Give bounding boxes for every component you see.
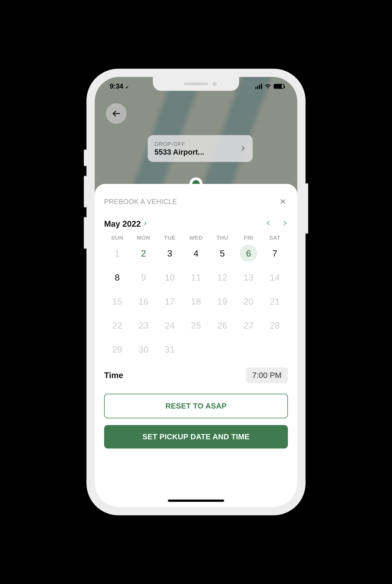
side-button-power <box>306 183 308 234</box>
calendar-day-header: TUE <box>156 235 183 241</box>
prev-month-button[interactable] <box>266 219 271 229</box>
calendar-day-header: SAT <box>262 235 288 241</box>
status-time: 9:34 <box>110 82 123 90</box>
calendar-day-20: 20 <box>236 293 262 310</box>
dropoff-address: 5533 Airport... <box>154 148 240 156</box>
calendar-day-13: 13 <box>236 269 262 286</box>
calendar-day-27: 27 <box>236 317 262 334</box>
front-camera <box>212 82 217 86</box>
calendar-day-24: 24 <box>156 317 183 334</box>
calendar-day-23: 23 <box>130 317 156 334</box>
time-picker[interactable]: 7:00 PM <box>246 367 288 383</box>
set-pickup-button[interactable]: SET PICKUP DATE AND TIME <box>104 425 288 448</box>
phone-frame: 9:34 DROP-OFF 5533 Airport... <box>86 69 306 515</box>
calendar-day-15: 15 <box>104 293 130 310</box>
chevron-right-icon <box>240 145 246 153</box>
calendar-day-9: 9 <box>130 269 156 286</box>
calendar-day-22: 22 <box>104 317 130 334</box>
calendar-day-8[interactable]: 8 <box>104 269 130 286</box>
calendar-day-2[interactable]: 2 <box>130 245 156 262</box>
calendar-day-18: 18 <box>183 293 209 310</box>
dropoff-card[interactable]: DROP-OFF 5533 Airport... <box>148 135 253 162</box>
wifi-icon <box>265 84 271 89</box>
calendar-day-1: 1 <box>104 245 130 262</box>
calendar-day-12: 12 <box>209 269 236 286</box>
calendar-day-14: 14 <box>262 269 288 286</box>
calendar-day-28: 28 <box>262 317 288 334</box>
next-month-button[interactable] <box>282 219 288 229</box>
time-label: Time <box>104 371 123 380</box>
sheet-title: PREBOOK A VEHICLE <box>104 198 177 206</box>
calendar-day-header: WED <box>183 235 209 241</box>
calendar-day-17: 17 <box>156 293 183 310</box>
home-indicator[interactable] <box>168 499 224 502</box>
arrow-left-icon <box>112 109 121 118</box>
calendar-day-30: 30 <box>130 341 156 358</box>
calendar-day-6[interactable]: 6 <box>236 245 262 262</box>
calendar-day-26: 26 <box>209 317 236 334</box>
side-button-volume-down <box>84 217 86 249</box>
cellular-signal-icon <box>255 84 262 89</box>
calendar-day-header: THU <box>209 235 236 241</box>
calendar-day-19: 19 <box>209 293 236 310</box>
calendar-day-25: 25 <box>183 317 209 334</box>
notch <box>153 77 239 91</box>
dropoff-label: DROP-OFF <box>154 141 240 147</box>
calendar-day-header: MON <box>130 235 156 241</box>
calendar-day-10: 10 <box>156 269 183 286</box>
calendar-day-31: 31 <box>156 341 183 358</box>
month-picker[interactable]: May 2022 <box>104 219 147 229</box>
side-button-volume-up <box>84 176 86 208</box>
back-button[interactable] <box>106 103 126 124</box>
reset-to-asap-button[interactable]: RESET TO ASAP <box>104 394 288 418</box>
chevron-right-icon <box>144 220 147 228</box>
calendar-day-header: SUN <box>104 235 130 241</box>
chevron-right-icon <box>282 219 288 227</box>
side-button-silence <box>84 149 86 166</box>
month-label-text: May 2022 <box>104 219 141 229</box>
calendar-day-16: 16 <box>130 293 156 310</box>
calendar-day-5[interactable]: 5 <box>209 245 236 262</box>
close-button[interactable]: ✕ <box>278 195 288 208</box>
calendar: SUNMONTUEWEDTHUFRISAT 123456789101112131… <box>104 235 288 358</box>
battery-icon <box>274 84 284 89</box>
screen: 9:34 DROP-OFF 5533 Airport... <box>95 77 297 507</box>
chevron-left-icon <box>266 219 271 227</box>
calendar-day-7[interactable]: 7 <box>262 245 288 262</box>
calendar-day-11: 11 <box>183 269 209 286</box>
calendar-day-header: FRI <box>236 235 262 241</box>
calendar-day-21: 21 <box>262 293 288 310</box>
location-icon <box>125 82 129 90</box>
calendar-day-4[interactable]: 4 <box>183 245 209 262</box>
calendar-day-3[interactable]: 3 <box>156 245 183 262</box>
speaker <box>184 83 208 85</box>
calendar-day-29: 29 <box>104 341 130 358</box>
prebook-sheet: PREBOOK A VEHICLE ✕ May 2022 <box>95 184 297 507</box>
